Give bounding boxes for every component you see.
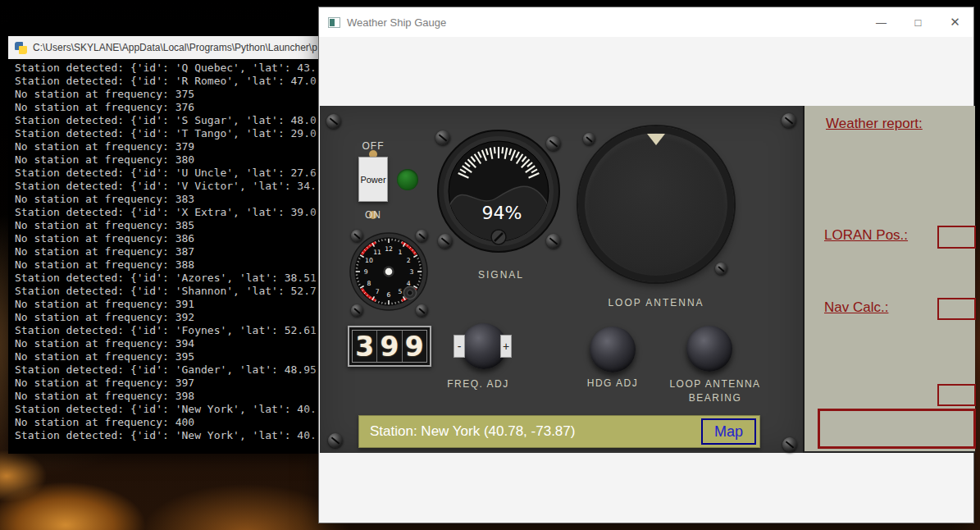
console-line: Station detected: {'id': 'S Sugar', 'lat…	[15, 114, 318, 127]
console-line: No station at frequency: 398	[15, 390, 318, 403]
console-line: No station at frequency: 394	[15, 337, 318, 350]
antenna-pointer-icon	[647, 134, 665, 145]
console-line: Station detected: {'id': 'Azores', 'lat'…	[15, 272, 318, 285]
console-line: No station at frequency: 392	[15, 311, 318, 324]
console-output: Station detected: {'id': 'Q Quebec', 'la…	[8, 59, 318, 454]
console-line: No station at frequency: 388	[15, 258, 318, 272]
clock-gauge: 121234567891011	[349, 232, 428, 311]
console-line: Station detected: {'id': 'New York', 'la…	[15, 429, 318, 442]
station-status-text: Station: New York (40.78, -73.87)	[359, 423, 701, 440]
signal-label: SIGNAL	[444, 269, 558, 281]
clock-number: 7	[376, 288, 380, 295]
clock-number: 1	[398, 249, 402, 256]
hdg-adj-label: HDG ADJ	[563, 377, 662, 389]
console-line: Station detected: {'id': 'T Tango', 'lat…	[15, 127, 318, 140]
frequency-digit: 9	[376, 331, 401, 362]
screw-icon	[583, 133, 595, 145]
clock-number: 8	[367, 280, 371, 287]
weather-report-link[interactable]: Weather report:	[826, 116, 923, 132]
python-launcher-icon	[15, 42, 27, 54]
console-line: Station detected: {'id': 'Q Quebec', 'la…	[15, 62, 318, 75]
clock-number: 2	[407, 257, 411, 264]
loop-bearing-label: LOOP ANTENNA BEARING	[658, 377, 773, 405]
loop-antenna-dial	[578, 126, 734, 282]
clock-number: 3	[409, 268, 413, 276]
instrument-panel: OFF Power ON 94% SIGNAL 121234567891011	[320, 106, 803, 453]
console-line: Station detected: {'id': 'R Romeo', 'lat…	[15, 75, 318, 88]
console-line: No station at frequency: 400	[15, 416, 318, 429]
minimize-button[interactable]: —	[863, 7, 900, 37]
console-line: No station at frequency: 375	[15, 88, 318, 101]
clock-number: 6	[387, 291, 391, 299]
power-led-indicator	[397, 169, 418, 190]
screw-icon	[715, 263, 727, 275]
clock-number: 10	[365, 257, 373, 264]
console-line: No station at frequency: 391	[15, 298, 318, 311]
app-icon	[328, 17, 340, 28]
signal-gauge: 94%	[437, 130, 560, 253]
loran-pos-field	[937, 226, 976, 249]
clock-number: 9	[364, 268, 368, 276]
console-line: No station at frequency: 386	[15, 232, 318, 245]
maximize-button[interactable]: □	[900, 7, 937, 37]
console-line: Station detected: {'id': 'V Victor', 'la…	[15, 180, 318, 193]
console-line: Station detected: {'id': 'New York', 'la…	[15, 403, 318, 416]
screw-icon	[328, 433, 343, 448]
frequency-display: 3 9 9	[348, 326, 431, 367]
console-line: Station detected: {'id': 'Shannon', 'lat…	[15, 285, 318, 298]
console-line: Station detected: {'id': 'Gander', 'lat'…	[15, 363, 318, 377]
status-bar: Station: New York (40.78, -73.87) Map	[358, 415, 760, 448]
console-title: C:\Users\SKYLANE\AppData\Local\Programs\…	[33, 42, 317, 53]
clock-number: 4	[407, 280, 411, 287]
loop-antenna-label: LOOP ANTENNA	[590, 297, 722, 308]
console-line: Station detected: {'id': 'Foynes', 'lat'…	[15, 324, 318, 337]
aux-field	[937, 384, 976, 406]
console-titlebar[interactable]: C:\Users\SKYLANE\AppData\Local\Programs\…	[8, 36, 318, 59]
console-line: No station at frequency: 376	[15, 101, 318, 114]
close-button[interactable]: ✕	[937, 7, 973, 37]
console-line: No station at frequency: 395	[15, 350, 318, 363]
console-line: No station at frequency: 387	[15, 245, 318, 258]
clock-number: 12	[385, 245, 393, 253]
weather-ship-gauge-window: Weather Ship Gauge — □ ✕ OFF Power ON	[318, 7, 974, 523]
power-switch[interactable]: Power	[358, 157, 388, 202]
loop-bearing-label-line1: LOOP ANTENNA	[669, 378, 760, 390]
console-line: No station at frequency: 383	[15, 193, 318, 206]
screw-icon	[326, 114, 341, 129]
loop-bearing-knob[interactable]	[686, 326, 732, 372]
report-sidebar: Weather report: LORAN Pos.: Nav Calc.:	[803, 106, 975, 453]
console-line: No station at frequency: 397	[15, 377, 318, 390]
nav-calc-field	[937, 298, 976, 320]
signal-value: 94%	[482, 203, 522, 223]
hdg-adj-knob[interactable]	[590, 327, 636, 372]
console-line: No station at frequency: 379	[15, 140, 318, 153]
report-output-field	[818, 409, 976, 449]
map-button[interactable]: Map	[701, 418, 756, 445]
loran-pos-link[interactable]: LORAN Pos.:	[824, 227, 908, 244]
console-line: Station detected: {'id': 'X Extra', 'lat…	[15, 206, 318, 219]
freq-adj-label: FREQ. ADJ	[429, 378, 527, 390]
frequency-digit: 9	[402, 331, 426, 362]
power-on-label: ON	[349, 209, 398, 221]
freq-plus-button[interactable]: +	[500, 335, 512, 358]
window-title: Weather Ship Gauge	[347, 16, 863, 29]
screw-icon	[782, 437, 797, 452]
screw-icon	[782, 113, 796, 128]
clock-number: 11	[373, 249, 381, 256]
console-line: No station at frequency: 385	[15, 219, 318, 232]
clock-number: 5	[398, 288, 402, 295]
console-line: Station detected: {'id': 'U Uncle', 'lat…	[15, 167, 318, 180]
frequency-digit: 3	[353, 331, 376, 362]
freq-minus-button[interactable]: -	[454, 335, 465, 358]
window-titlebar[interactable]: Weather Ship Gauge — □ ✕	[319, 7, 973, 37]
console-line: No station at frequency: 380	[15, 153, 318, 167]
console-window: C:\Users\SKYLANE\AppData\Local\Programs\…	[8, 36, 318, 454]
loop-bearing-label-line2: BEARING	[689, 392, 742, 404]
nav-calc-link[interactable]: Nav Calc.:	[824, 299, 888, 316]
